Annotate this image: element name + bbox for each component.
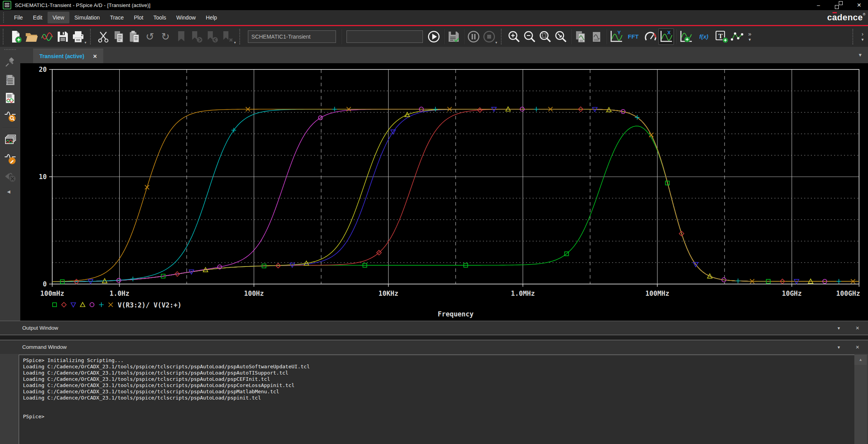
fx-label: f(x) <box>699 33 708 40</box>
menu-item-tools[interactable]: Tools <box>148 12 171 23</box>
menubar-drag-handle[interactable] <box>3 12 6 23</box>
command-dropdown-icon[interactable]: ▾ <box>838 345 840 350</box>
toggle-bookmark-button[interactable] <box>173 28 189 45</box>
marker-tools-button[interactable] <box>4 170 17 183</box>
svg-text:X: X <box>667 30 671 36</box>
simulation-profile-field[interactable] <box>248 30 336 43</box>
clear-bookmarks-button[interactable] <box>220 28 236 45</box>
pane-splitter[interactable] <box>0 335 868 340</box>
edit-toolbar-handle[interactable] <box>90 29 93 44</box>
zoom-fit-button[interactable] <box>537 28 553 45</box>
command-line: Loading C:/Cadence/OrCADX_23.1/tools/psp… <box>23 382 854 389</box>
zoom-in-button[interactable] <box>506 28 522 45</box>
sidebar-collapse-button[interactable]: ◀ <box>5 189 15 194</box>
view-simulation-results-button[interactable] <box>39 28 55 45</box>
y-tick-label: 20 <box>39 66 47 73</box>
scroll-up-icon[interactable]: ▲ <box>854 355 867 365</box>
window-stack-icon <box>4 134 16 147</box>
new-file-button[interactable] <box>8 28 24 45</box>
series-marker-plus <box>433 107 438 112</box>
paste-button[interactable] <box>127 28 142 45</box>
pspice-window: SCHEMATIC1-Transient - PSpice A/D - [Tra… <box>0 0 868 444</box>
menu-item-plot[interactable]: Plot <box>129 12 148 23</box>
save-simulation-results-button[interactable] <box>446 28 461 45</box>
menu-item-trace[interactable]: Trace <box>105 12 129 23</box>
x-tick-label: 100Hz <box>244 289 264 297</box>
file-group-dropdown[interactable]: ▾ <box>85 41 87 44</box>
save-button[interactable] <box>55 28 71 45</box>
simulation-status-button[interactable]: PSpice <box>4 73 17 87</box>
right-toolbar-overflow[interactable]: › ▾ <box>858 32 867 42</box>
menu-item-view[interactable]: View <box>48 12 69 23</box>
copy-button[interactable] <box>111 28 127 45</box>
copy-to-clipboard-button[interactable] <box>573 28 589 45</box>
close-button[interactable]: ✕ <box>856 2 863 9</box>
waveform-search-icon <box>4 110 16 122</box>
output-window-header[interactable]: Output Window ▾ ✕ <box>0 321 868 335</box>
gauge-icon <box>643 30 658 44</box>
undo-button[interactable]: ↺ <box>142 28 158 45</box>
minimize-button[interactable]: – <box>815 2 822 9</box>
x-tick-label: 10GHz <box>782 289 802 297</box>
new-file-icon <box>9 30 23 43</box>
pause-button[interactable] <box>466 28 481 45</box>
cut-button[interactable] <box>95 28 111 45</box>
command-window-header[interactable]: Command Window ▾ ✕ <box>0 340 868 354</box>
waveform-chart[interactable]: 100mHz1.0Hz100Hz10KHz1.0MHz100MHz10GHz10… <box>20 63 868 321</box>
add-function-button[interactable]: f(x) <box>694 28 714 45</box>
bookmark-group-dropdown[interactable]: ▾ <box>234 41 236 44</box>
right-toolbar-handle[interactable] <box>852 29 855 44</box>
menu-item-simulation[interactable]: Simulation <box>69 12 105 23</box>
output-close-icon[interactable]: ✕ <box>856 325 859 331</box>
open-file-button[interactable] <box>24 28 39 45</box>
menu-item-edit[interactable]: Edit <box>28 12 48 23</box>
pin-sidebar-button[interactable] <box>4 55 17 69</box>
zoom-area-button[interactable] <box>553 28 569 45</box>
series-marker-plus <box>534 107 539 112</box>
output-dropdown-icon[interactable]: ▾ <box>838 325 840 331</box>
text-label-button[interactable]: T <box>714 28 730 45</box>
pspice-document-icon: PSpice <box>4 74 16 86</box>
simulation-toolbar-handle[interactable] <box>239 29 242 44</box>
run-icon <box>427 30 441 44</box>
stop-button[interactable] <box>481 28 497 45</box>
performance-analysis-button[interactable] <box>643 28 658 45</box>
zoom-toolbar-handle[interactable] <box>501 29 504 44</box>
command-console[interactable]: PSpice> Initializing Scripting...Loading… <box>19 355 854 444</box>
waveform-edit-button[interactable] <box>4 152 17 165</box>
app-icon <box>3 1 11 9</box>
simulate-group-dropdown[interactable]: ▾ <box>495 41 497 44</box>
run-to-time-field[interactable] <box>346 30 423 43</box>
command-close-icon[interactable]: ✕ <box>856 345 859 350</box>
command-window: PSpice> Initializing Scripting...Loading… <box>0 354 868 444</box>
series-marker-square <box>53 303 57 307</box>
next-bookmark-button[interactable] <box>189 28 205 45</box>
tab-transient[interactable]: Transient (active) ✕ <box>33 49 103 63</box>
log-x-axis-button[interactable]: X <box>658 28 674 45</box>
log-y-axis-button[interactable]: Y <box>608 28 624 45</box>
mark-data-points-button[interactable] <box>730 28 745 45</box>
toolbar-drag-handle[interactable] <box>3 29 5 44</box>
redo-button[interactable]: ↻ <box>158 28 173 45</box>
menu-item-help[interactable]: Help <box>201 12 222 23</box>
output-report-button[interactable] <box>4 91 17 105</box>
previous-bookmark-button[interactable] <box>205 28 220 45</box>
toolbar-overflow[interactable]: » ▾ <box>745 32 755 42</box>
copy-window-button[interactable] <box>589 28 604 45</box>
add-plot-button[interactable] <box>678 28 694 45</box>
fft-button[interactable]: FFT <box>624 28 643 45</box>
waveform-search-button[interactable] <box>4 109 17 123</box>
window-stack-button[interactable] <box>4 134 17 147</box>
waveform-plot[interactable]: 100mHz1.0Hz100Hz10KHz1.0MHz100MHz10GHz10… <box>20 63 868 321</box>
zoom-out-icon <box>523 30 537 44</box>
toolbar-separator <box>444 29 444 44</box>
print-button[interactable] <box>71 28 86 45</box>
zoom-out-button[interactable] <box>522 28 537 45</box>
tab-overflow-icon[interactable]: ▼ <box>858 52 863 58</box>
menu-item-file[interactable]: File <box>9 12 28 23</box>
run-button[interactable] <box>426 28 442 45</box>
menu-item-window[interactable]: Window <box>171 12 201 23</box>
sidebar-drag-handle[interactable] <box>4 49 16 51</box>
tab-close-icon[interactable]: ✕ <box>93 53 97 59</box>
command-scrollbar[interactable]: ▲ <box>854 355 867 444</box>
